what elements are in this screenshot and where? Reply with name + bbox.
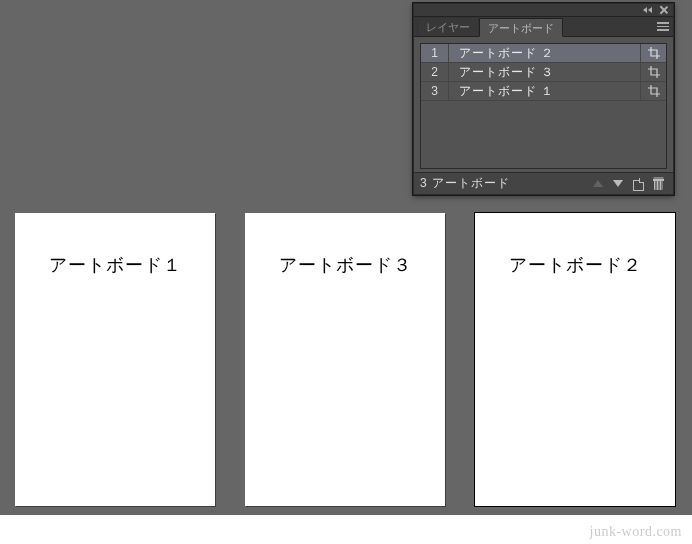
artboard-label: アートボード１: [15, 253, 215, 277]
artboard-options-icon[interactable]: [640, 63, 666, 81]
artboard[interactable]: アートボード３: [245, 213, 445, 506]
artboard-count: 3 アートボード: [420, 175, 587, 192]
row-number: 1: [421, 44, 449, 62]
row-number: 2: [421, 63, 449, 81]
new-artboard-button[interactable]: [629, 176, 647, 192]
move-up-button[interactable]: [589, 176, 607, 192]
row-name: アートボード １: [449, 83, 640, 100]
artboards-panel: レイヤー アートボード 1 アートボード ２ 2 アートボード ３ 3: [413, 3, 674, 195]
artboard[interactable]: アートボード１: [15, 213, 215, 506]
row-number: 3: [421, 82, 449, 100]
row-name: アートボード ２: [449, 45, 640, 62]
artboard-options-icon[interactable]: [640, 44, 666, 62]
tab-layers[interactable]: レイヤー: [417, 17, 479, 36]
collapse-icon[interactable]: [643, 5, 653, 15]
canvas-area[interactable]: アートボード１ アートボード３ アートボード２ レイヤー アートボード 1 アー…: [0, 0, 692, 515]
close-icon[interactable]: [659, 5, 669, 15]
panel-tabs: レイヤー アートボード: [414, 17, 673, 37]
artboard-list: 1 アートボード ２ 2 アートボード ３ 3 アートボード １: [420, 43, 667, 169]
tab-artboards[interactable]: アートボード: [479, 18, 563, 37]
panel-footer: 3 アートボード: [414, 172, 673, 194]
artboard-row[interactable]: 3 アートボード １: [421, 82, 666, 101]
artboard-row[interactable]: 2 アートボード ３: [421, 63, 666, 82]
delete-artboard-button[interactable]: [649, 176, 667, 192]
artboard-row[interactable]: 1 アートボード ２: [421, 44, 666, 63]
artboard-label: アートボード３: [245, 253, 445, 277]
row-name: アートボード ３: [449, 64, 640, 81]
artboard-options-icon[interactable]: [640, 82, 666, 100]
artboard[interactable]: アートボード２: [475, 213, 675, 506]
artboard-label: アートボード２: [475, 253, 675, 277]
panel-chrome: [414, 4, 673, 17]
watermark: junk-word.com: [590, 524, 682, 540]
panel-menu-icon[interactable]: [653, 20, 669, 33]
move-down-button[interactable]: [609, 176, 627, 192]
